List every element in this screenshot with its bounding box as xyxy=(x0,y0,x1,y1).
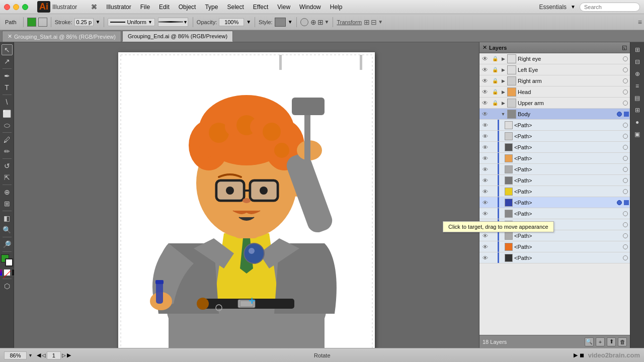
layer-row-path-12[interactable]: 👁 <Path> xyxy=(479,241,630,252)
stop-btn[interactable]: ◼ xyxy=(580,352,584,358)
layer-row-path-13[interactable]: 👁 <Path> xyxy=(479,252,630,263)
layer-row-path-1[interactable]: 👁 <Path> xyxy=(479,120,630,131)
visibility-icon[interactable]: 👁 xyxy=(479,164,491,175)
style-swatch[interactable] xyxy=(275,18,286,27)
menu-file[interactable]: File xyxy=(136,3,154,12)
essentials-label[interactable]: Essentials xyxy=(539,4,567,11)
right-icon-2[interactable]: ⊟ xyxy=(632,56,643,67)
layer-target[interactable] xyxy=(615,197,624,208)
zoom-control[interactable]: ▼ xyxy=(4,351,33,359)
right-icon-6[interactable]: ⊞ xyxy=(632,105,643,116)
minimize-button[interactable] xyxy=(13,4,19,10)
layer-target[interactable] xyxy=(621,120,630,131)
next-page-btn2[interactable]: ▷ xyxy=(62,352,66,358)
search-layers-btn[interactable]: 🔍 xyxy=(585,337,594,346)
line-tool[interactable]: \ xyxy=(2,97,13,108)
stroke-value-input[interactable] xyxy=(74,18,94,26)
layer-target[interactable] xyxy=(621,241,630,252)
menu-window[interactable]: Window xyxy=(295,3,325,12)
visibility-icon[interactable]: 👁 xyxy=(479,64,491,75)
zoom-input[interactable] xyxy=(4,351,27,359)
play-btn[interactable]: ▶ xyxy=(574,352,578,358)
visibility-icon[interactable]: 👁 xyxy=(479,131,491,142)
right-icon-3[interactable]: ⊕ xyxy=(632,68,643,79)
brush-preview[interactable]: ▼ xyxy=(158,18,188,27)
prev-page-btn[interactable]: ◀ xyxy=(37,352,41,358)
zoom-tool[interactable]: 🔎 xyxy=(2,239,13,250)
new-layer-btn[interactable]: + xyxy=(596,337,605,346)
expand-icon[interactable]: ▶ xyxy=(500,64,507,75)
visibility-icon[interactable]: 👁 xyxy=(479,208,491,219)
brush-dropdown-icon2[interactable]: ▼ xyxy=(183,20,188,25)
lock-icon[interactable]: 🔒 xyxy=(491,75,500,86)
layer-target[interactable] xyxy=(621,142,630,153)
search-input[interactable] xyxy=(580,3,640,12)
right-icon-5[interactable]: ▤ xyxy=(632,93,643,104)
layer-target[interactable] xyxy=(621,153,630,164)
layer-row-path-7[interactable]: 👁 <Path> xyxy=(479,186,630,197)
blob-brush-tool[interactable]: ✏ xyxy=(2,146,13,157)
layer-target[interactable] xyxy=(621,98,630,109)
menu-select[interactable]: Select xyxy=(223,3,248,12)
layer-target[interactable] xyxy=(621,175,630,186)
expand-icon[interactable]: ▶ xyxy=(500,53,507,64)
maximize-button[interactable] xyxy=(22,4,28,10)
layer-row-head[interactable]: 👁 🔒 ▶ Head xyxy=(479,86,630,98)
next-page-btn[interactable]: ▶ xyxy=(67,352,71,358)
visibility-icon[interactable]: 👁 xyxy=(479,252,491,263)
tab-grouping-end[interactable]: Grouping_End.ai @ 86% (RGB/Preview) xyxy=(122,31,233,42)
direct-selection-tool[interactable]: ↗ xyxy=(2,56,13,67)
layer-target[interactable] xyxy=(621,230,630,241)
right-icon-4[interactable]: ≡ xyxy=(632,80,643,92)
page-nav[interactable]: ◀ ◁ ▷ ▶ xyxy=(37,351,71,359)
lock-icon[interactable]: 🔒 xyxy=(491,86,500,98)
none-btn[interactable] xyxy=(4,269,11,276)
layer-row-left-eye[interactable]: 👁 🔒 ▶ Left Eye xyxy=(479,64,630,75)
stroke-color-swatch[interactable] xyxy=(38,18,47,27)
panel-close-btn[interactable]: ✕ xyxy=(482,44,487,51)
brush-selector[interactable]: Uniform ▼ xyxy=(108,18,154,26)
layer-target[interactable] xyxy=(621,75,630,86)
transform-label[interactable]: Transform xyxy=(337,19,362,25)
color-btn[interactable] xyxy=(0,269,3,276)
artboard-tool[interactable]: ⬡ xyxy=(2,281,13,292)
layer-target[interactable] xyxy=(621,252,630,263)
visibility-icon[interactable]: 👁 xyxy=(479,142,491,153)
layer-row-path-6[interactable]: 👁 <Path> xyxy=(479,175,630,186)
visibility-icon[interactable]: 👁 xyxy=(479,175,491,186)
layer-target[interactable] xyxy=(621,131,630,142)
menu-illustrator[interactable]: Illustrator xyxy=(102,3,135,12)
layer-target[interactable] xyxy=(621,164,630,175)
pen-tool[interactable]: ✒ xyxy=(2,70,13,81)
menu-type[interactable]: Type xyxy=(201,3,222,12)
menu-object[interactable]: Object xyxy=(175,3,200,12)
mesh-tool[interactable]: ⊞ xyxy=(2,198,13,209)
layer-row-path-8-active[interactable]: 👁 <Path> xyxy=(479,197,630,208)
right-icon-7[interactable]: ● xyxy=(632,117,643,128)
layer-target[interactable] xyxy=(621,53,630,64)
canvas-area[interactable]: ✛ xyxy=(14,42,479,348)
prev-page-btn2[interactable]: ◁ xyxy=(42,352,46,358)
expand-icon[interactable]: ▶ xyxy=(500,98,507,109)
layer-target[interactable] xyxy=(621,64,630,75)
visibility-icon[interactable]: 👁 xyxy=(479,186,491,197)
transform-controls[interactable]: ⊕ ⊞ ▼ xyxy=(310,18,330,26)
layer-row-path-3[interactable]: 👁 <Path> xyxy=(479,142,630,153)
rotate-tool[interactable]: ↺ xyxy=(2,160,13,171)
panel-options[interactable]: ≡ xyxy=(638,18,642,26)
lock-icon[interactable]: 🔒 xyxy=(491,53,500,64)
rect-tool[interactable]: ⬜ xyxy=(2,108,13,119)
selection-tool[interactable]: ↖ xyxy=(2,44,13,55)
menu-effect[interactable]: Effect xyxy=(249,3,272,12)
menu-edit[interactable]: Edit xyxy=(155,3,174,12)
type-tool[interactable]: T xyxy=(2,82,13,93)
layer-row-path-4[interactable]: 👁 <Path> xyxy=(479,153,630,164)
menu-view[interactable]: View xyxy=(273,3,294,12)
visibility-icon[interactable]: 👁 xyxy=(479,153,491,164)
visibility-icon[interactable]: 👁 xyxy=(479,53,491,64)
layer-row-right-eye[interactable]: 👁 🔒 ▶ Right eye xyxy=(479,53,630,64)
visibility-icon[interactable]: 👁 xyxy=(479,241,491,252)
blend-tool[interactable]: ⊕ xyxy=(2,187,13,198)
close-button[interactable] xyxy=(4,4,10,10)
move-to-new-layer-btn[interactable]: ⬆ xyxy=(607,337,616,346)
